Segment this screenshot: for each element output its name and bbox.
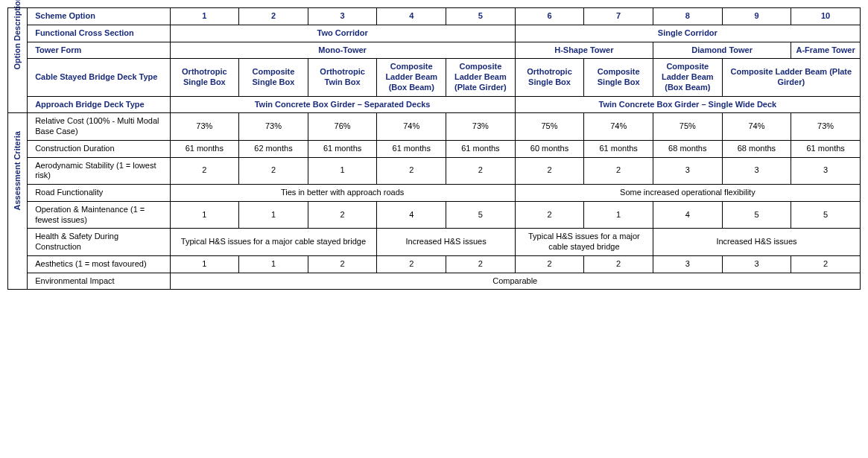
road-a: Ties in better with approach roads <box>170 185 515 202</box>
dur-6: 60 months <box>515 140 584 157</box>
opt-1: 1 <box>170 8 239 25</box>
deck-3: Orthotropic Twin Box <box>308 59 377 96</box>
side-assessment-criteria: Assessment Criteria <box>8 113 28 290</box>
deck-8: Composite Ladder Beam (Box Beam) <box>653 59 722 96</box>
dur-4: 61 months <box>377 140 446 157</box>
cost-4: 74% <box>377 113 446 141</box>
deck-2: Composite Single Box <box>239 59 308 96</box>
aero-6: 2 <box>515 157 584 185</box>
aero-8: 3 <box>653 157 722 185</box>
dur-9: 68 months <box>722 140 791 157</box>
opt-6: 6 <box>515 8 584 25</box>
approach-b: Twin Concrete Box Girder – Single Wide D… <box>515 96 860 113</box>
opt-4: 4 <box>377 8 446 25</box>
aero-1: 2 <box>170 157 239 185</box>
cost-6: 75% <box>515 113 584 141</box>
aes-7: 2 <box>584 255 653 273</box>
tower-diamond: Diamond Tower <box>653 42 791 59</box>
deck-4: Composite Ladder Beam (Box Beam) <box>377 59 446 96</box>
cost-10: 73% <box>791 113 861 141</box>
om-1: 1 <box>170 201 239 229</box>
dur-2: 62 months <box>239 140 308 157</box>
cost-3: 76% <box>308 113 377 141</box>
tower-mono: Mono-Tower <box>170 42 515 59</box>
row-approach: Approach Bridge Deck Type <box>28 96 170 113</box>
tower-aframe: A-Frame Tower <box>791 42 861 59</box>
options-table: Option Description Scheme Option 1 2 3 4… <box>7 7 861 290</box>
aes-3: 2 <box>308 255 377 273</box>
hs-c: Typical H&S issues for a major cable sta… <box>515 229 653 256</box>
approach-a: Twin Concrete Box Girder – Separated Dec… <box>170 96 515 113</box>
cost-1: 73% <box>170 113 239 141</box>
cost-9: 74% <box>722 113 791 141</box>
hs-b: Increased H&S issues <box>377 229 515 256</box>
aes-6: 2 <box>515 255 584 273</box>
om-5: 5 <box>446 201 516 229</box>
aero-7: 2 <box>584 157 653 185</box>
row-tower: Tower Form <box>28 42 170 59</box>
om-8: 4 <box>653 201 722 229</box>
row-env: Environmental Impact <box>28 273 170 290</box>
cost-7: 74% <box>584 113 653 141</box>
dur-8: 68 months <box>653 140 722 157</box>
om-10: 5 <box>791 201 861 229</box>
cost-2: 73% <box>239 113 308 141</box>
om-6: 2 <box>515 201 584 229</box>
deck-6: Orthotropic Single Box <box>515 59 584 96</box>
aes-9: 3 <box>722 255 791 273</box>
row-duration: Construction Duration <box>28 140 170 157</box>
aes-10: 2 <box>791 255 861 273</box>
row-cost: Relative Cost (100% - Multi Modal Base C… <box>28 113 170 141</box>
fcs-single-corridor: Single Corridor <box>515 25 860 42</box>
aes-8: 3 <box>653 255 722 273</box>
row-aes: Aesthetics (1 = most favoured) <box>28 255 170 273</box>
cost-5: 73% <box>446 113 516 141</box>
tower-h: H-Shape Tower <box>515 42 653 59</box>
opt-7: 7 <box>584 8 653 25</box>
deck-9-10: Composite Ladder Beam (Plate Girder) <box>722 59 860 96</box>
deck-1: Orthotropic Single Box <box>170 59 239 96</box>
om-9: 5 <box>722 201 791 229</box>
om-2: 1 <box>239 201 308 229</box>
row-road: Road Functionality <box>28 185 170 202</box>
aes-5: 2 <box>446 255 516 273</box>
side-option-description: Option Description <box>8 8 28 113</box>
fcs-two-corridor: Two Corridor <box>170 25 515 42</box>
opt-3: 3 <box>308 8 377 25</box>
opt-8: 8 <box>653 8 722 25</box>
dur-3: 61 months <box>308 140 377 157</box>
opt-2: 2 <box>239 8 308 25</box>
dur-7: 61 months <box>584 140 653 157</box>
aero-9: 3 <box>722 157 791 185</box>
deck-5: Composite Ladder Beam (Plate Girder) <box>446 59 516 96</box>
row-fcs: Functional Cross Section <box>28 25 170 42</box>
aes-2: 1 <box>239 255 308 273</box>
row-om: Operation & Maintenance (1 = fewest issu… <box>28 201 170 229</box>
dur-5: 61 months <box>446 140 516 157</box>
opt-10: 10 <box>791 8 861 25</box>
row-aero: Aerodynamic Stability (1 = lowest risk) <box>28 157 170 185</box>
dur-10: 61 months <box>791 140 861 157</box>
road-b: Some increased operational flexibility <box>515 185 860 202</box>
opt-9: 9 <box>722 8 791 25</box>
opt-5: 5 <box>446 8 516 25</box>
aero-3: 1 <box>308 157 377 185</box>
env-all: Comparable <box>170 273 861 290</box>
om-4: 4 <box>377 201 446 229</box>
om-7: 1 <box>584 201 653 229</box>
hs-d: Increased H&S issues <box>653 229 860 256</box>
deck-7: Composite Single Box <box>584 59 653 96</box>
aes-1: 1 <box>170 255 239 273</box>
aes-4: 2 <box>377 255 446 273</box>
row-scheme-option: Scheme Option <box>28 8 170 25</box>
row-deck: Cable Stayed Bridge Deck Type <box>28 59 170 96</box>
om-3: 2 <box>308 201 377 229</box>
aero-4: 2 <box>377 157 446 185</box>
hs-a: Typical H&S issues for a major cable sta… <box>170 229 377 256</box>
aero-10: 3 <box>791 157 861 185</box>
dur-1: 61 months <box>170 140 239 157</box>
aero-2: 2 <box>239 157 308 185</box>
row-hs: Health & Safety During Construction <box>28 229 170 256</box>
aero-5: 2 <box>446 157 516 185</box>
cost-8: 75% <box>653 113 722 141</box>
